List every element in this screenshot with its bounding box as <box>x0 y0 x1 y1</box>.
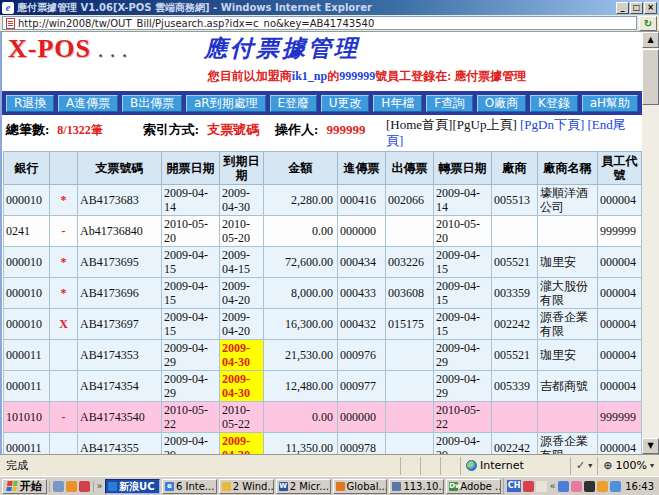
help-icon[interactable] <box>536 481 547 492</box>
toolbar-button-4[interactable]: aR到期處理 <box>186 95 265 112</box>
cell-transfer_date: 2009-04-15 <box>434 278 492 309</box>
pink-app-icon[interactable] <box>571 481 582 492</box>
cell-check_no: AB4173683 <box>78 185 162 216</box>
chevron-right-icon[interactable]: » <box>96 481 103 491</box>
task-button-3[interactable]: 2 Wind...▼ <box>219 479 274 494</box>
cell-vendor_name: 源香企業有限 <box>538 309 598 340</box>
cell-mark <box>50 371 78 402</box>
address-input[interactable]: http://win2008/tw/OUT_Bill/Pjusearch.asp… <box>2 16 637 30</box>
toolbar-button-6[interactable]: U更改 <box>321 95 370 112</box>
paging-link-1[interactable]: [Home首頁] <box>386 117 452 132</box>
cell-check_no: Ab41736840 <box>78 216 162 247</box>
cell-check_no: AB4173695 <box>78 247 162 278</box>
cell-in_no: 000434 <box>338 247 386 278</box>
status-done: 完成 <box>0 456 400 476</box>
scrollbar-thumb[interactable] <box>642 49 659 105</box>
cell-amount: 8,000.00 <box>264 278 338 309</box>
cell-vendor_name: 瀧大股份有限 <box>538 278 598 309</box>
task-label: 6 Inte... <box>176 480 214 493</box>
cell-amount: 0.00 <box>264 216 338 247</box>
mail-alert-icon[interactable] <box>523 481 534 492</box>
cell-check_no: AB4173696 <box>78 278 162 309</box>
task-button-2[interactable]: e6 Inte...▼ <box>162 479 217 494</box>
scroll-up-icon[interactable]: ▲ <box>642 32 659 48</box>
toolbar-button-5[interactable]: E登廢 <box>270 95 317 112</box>
browser-viewport: X-POS . . . 應付票據管理 您目前以加盟商ik1_np的999999號… <box>0 32 659 454</box>
column-header-銀行: 銀行 <box>4 152 50 185</box>
cell-check_no: AB4173697 <box>78 309 162 340</box>
task-button-5[interactable]: Global... <box>333 479 388 494</box>
login-message-segment: 號員工登錄在: 應付票據管理 <box>375 69 526 83</box>
cell-open_date: 2009-04-15 <box>162 278 220 309</box>
table-row-2[interactable]: 0241-Ab417368402010-05-202010-05-200.000… <box>4 216 642 247</box>
windows-flag-icon <box>6 481 17 491</box>
table-body: 000010*AB41736832009-04-142009-04-302,28… <box>4 185 642 455</box>
table-row-3[interactable]: 000010*AB41736952009-04-152009-04-1572,6… <box>4 247 642 278</box>
close-button[interactable]: × <box>644 2 657 14</box>
paging-link-2[interactable]: [PgUp上頁] <box>452 117 520 132</box>
table-row-6[interactable]: 000011AB41743532009-04-292009-04-3021,53… <box>4 340 642 371</box>
qq-icon[interactable] <box>79 481 90 492</box>
messenger-icon[interactable] <box>558 481 569 492</box>
toolbar-button-7[interactable]: H年檔 <box>373 95 422 112</box>
cell-emp: 000004 <box>598 309 642 340</box>
window-titlebar[interactable]: e 應付票據管理 V1.06[X-POS 雲端商務網] - Windows In… <box>0 0 659 15</box>
cell-due_date: 2009-04-30 <box>220 371 264 402</box>
table-row-8[interactable]: 101010-AB417435402010-05-222010-05-220.0… <box>4 402 642 433</box>
task-button-6[interactable]: 113.10... <box>389 479 444 494</box>
uc-app-icon[interactable] <box>66 481 77 492</box>
table-row-9[interactable]: 000011AB41743552009-04-292009-04-3011,35… <box>4 433 642 455</box>
go-button[interactable]: ↻ <box>639 16 657 31</box>
toolbar-button-3[interactable]: B出傳票 <box>122 95 182 112</box>
column-header-進傳票: 進傳票 <box>338 152 386 185</box>
toolbar-button-10[interactable]: K登錄 <box>530 95 578 112</box>
cell-check_no: AB4174355 <box>78 433 162 455</box>
scroll-down-icon[interactable]: ▼ <box>642 438 659 454</box>
window-title: 應付票據管理 V1.06[X-POS 雲端商務網] - Windows Inte… <box>17 0 616 15</box>
cell-transfer_date: 2009-04-15 <box>434 309 492 340</box>
toolbar-button-9[interactable]: O廠商 <box>477 95 526 112</box>
toolbar-button-1[interactable]: R退換 <box>6 95 54 112</box>
qq-penguin-icon[interactable] <box>584 481 595 492</box>
zoom-pane[interactable]: ⊕ 100% ▾ <box>597 457 659 475</box>
cell-mark: - <box>50 402 78 433</box>
table-row-1[interactable]: 000010*AB41736832009-04-142009-04-302,28… <box>4 185 642 216</box>
start-button[interactable]: 开始 <box>2 479 47 494</box>
table-row-4[interactable]: 000010*AB41736962009-04-152009-04-208,00… <box>4 278 642 309</box>
table-row-7[interactable]: 000011AB41743542009-04-292009-04-3012,48… <box>4 371 642 402</box>
task-button-1[interactable]: 新浪UC <box>105 479 160 494</box>
cell-open_date: 2009-04-15 <box>162 247 220 278</box>
task-button-7[interactable]: DwAdobe ... <box>446 479 501 494</box>
operator-label: 操作人: <box>275 122 318 138</box>
scrollbar-track[interactable] <box>642 105 659 438</box>
table-row-5[interactable]: 000010XAB41736972009-04-152009-04-2016,3… <box>4 309 642 340</box>
cell-bank: 000010 <box>4 278 50 309</box>
cell-transfer_date: 2009-04-29 <box>434 340 492 371</box>
toolbar-button-8[interactable]: F查詢 <box>426 95 473 112</box>
cell-bank: 0241 <box>4 216 50 247</box>
cell-open_date: 2009-04-29 <box>162 371 220 402</box>
cell-vendor_name: 珈里安 <box>538 340 598 371</box>
toolbar-button-11[interactable]: aH幫助 <box>582 95 638 112</box>
restore-button[interactable]: □ <box>630 2 643 14</box>
task-button-4[interactable]: W2 Micr...▼ <box>276 479 331 494</box>
ime-indicator[interactable]: CH <box>507 480 521 492</box>
cell-transfer_date: 2009-04-29 <box>434 371 492 402</box>
page-icon <box>6 18 15 29</box>
cell-emp: 000004 <box>598 247 642 278</box>
toolbar-button-2[interactable]: A進傳票 <box>58 95 118 112</box>
show-desktop-icon[interactable] <box>53 481 64 492</box>
paging-link-3[interactable]: [PgDn下頁] <box>520 117 588 132</box>
chevron-left-icon[interactable]: « <box>549 481 556 491</box>
taskbar-clock: 16:43 <box>623 479 654 494</box>
cell-transfer_date: 2009-04-15 <box>434 247 492 278</box>
ie-status-bar: 完成 Internet ✓▾ ⊕ 100% ▾ <box>0 454 659 476</box>
protected-pane[interactable]: ✓▾ <box>570 457 597 475</box>
folder-tray-icon[interactable] <box>597 481 608 492</box>
task-label: 2 Wind... <box>233 480 274 493</box>
minimize-button[interactable]: _ <box>616 2 629 14</box>
login-message-segment: 您目前以加盟商 <box>208 69 292 83</box>
globe-tray-icon[interactable] <box>610 481 621 492</box>
cell-open_date: 2010-05-22 <box>162 402 220 433</box>
vertical-scrollbar[interactable]: ▲ ▼ <box>642 32 659 454</box>
